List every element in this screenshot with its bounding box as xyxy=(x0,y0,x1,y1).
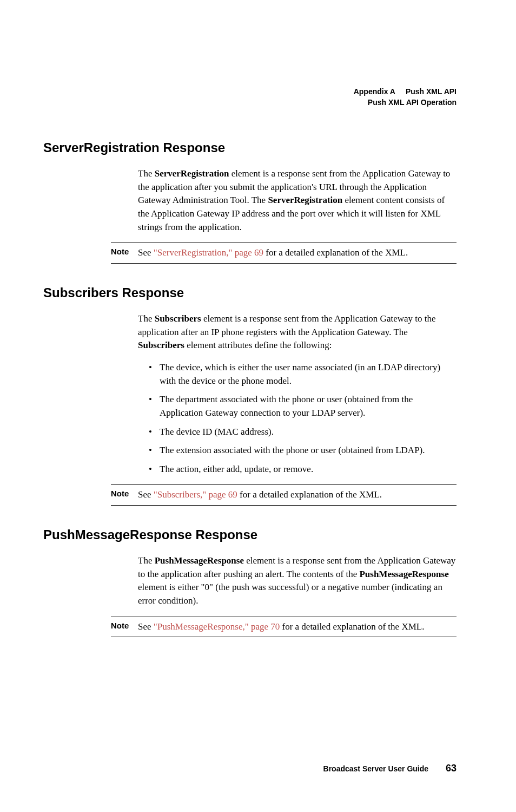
note-serverregistration: Note See "ServerRegistration," page 69 f… xyxy=(111,246,457,260)
header-line2: Push XML API Operation xyxy=(43,97,457,108)
para-serverregistration: The ServerRegistration element is a resp… xyxy=(138,167,457,234)
running-header: Appendix A Push XML API Push XML API Ope… xyxy=(43,87,457,108)
note-pushmessageresponse: Note See "PushMessageResponse," page 70 … xyxy=(111,620,457,634)
page-container: Appendix A Push XML API Push XML API Ope… xyxy=(0,0,516,672)
header-line1: Appendix A Push XML API xyxy=(43,87,457,97)
rule xyxy=(111,243,457,243)
note-label: Note xyxy=(111,246,138,256)
rule xyxy=(111,263,457,264)
page-footer: Broadcast Server User Guide 63 xyxy=(323,763,457,774)
note-text: See "Subscribers," page 69 for a detaile… xyxy=(138,488,457,502)
note-prefix: See xyxy=(138,621,154,632)
rule xyxy=(111,484,457,485)
note-suffix: for a detailed explanation of the XML. xyxy=(237,489,382,500)
note-prefix: See xyxy=(138,489,154,500)
list-item: The device, which is either the user nam… xyxy=(149,361,457,388)
rule xyxy=(111,505,457,506)
note-subscribers: Note See "Subscribers," page 69 for a de… xyxy=(111,488,457,502)
link-subscribers[interactable]: "Subscribers," page 69 xyxy=(154,489,237,500)
footer-text: Broadcast Server User Guide xyxy=(323,764,429,773)
list-item: The extension associated with the phone … xyxy=(149,444,457,457)
para-pushmessageresponse: The PushMessageResponse element is a res… xyxy=(138,554,457,608)
heading-subscribers: Subscribers Response xyxy=(43,285,457,300)
para-subscribers: The Subscribers element is a response se… xyxy=(138,312,457,352)
note-text: See "PushMessageResponse," page 70 for a… xyxy=(138,620,457,634)
header-appendix: Appendix A xyxy=(354,87,395,96)
page-number: 63 xyxy=(446,763,457,774)
list-item: The device ID (MAC address). xyxy=(149,425,457,439)
link-pushmessageresponse[interactable]: "PushMessageResponse," page 70 xyxy=(154,621,280,632)
note-label: Note xyxy=(111,620,138,630)
rule xyxy=(111,617,457,617)
note-label: Note xyxy=(111,488,138,498)
note-suffix: for a detailed explanation of the XML. xyxy=(280,621,424,632)
rule xyxy=(111,637,457,637)
note-text: See "ServerRegistration," page 69 for a … xyxy=(138,246,457,260)
header-title: Push XML API xyxy=(406,87,457,96)
note-prefix: See xyxy=(138,247,154,258)
link-serverregistration[interactable]: "ServerRegistration," page 69 xyxy=(154,247,263,258)
bullet-list-subscribers: The device, which is either the user nam… xyxy=(149,361,457,476)
heading-pushmessageresponse: PushMessageResponse Response xyxy=(43,527,457,542)
list-item: The department associated with the phone… xyxy=(149,393,457,420)
note-suffix: for a detailed explanation of the XML. xyxy=(263,247,408,258)
heading-serverregistration: ServerRegistration Response xyxy=(43,140,457,155)
list-item: The action, either add, update, or remov… xyxy=(149,463,457,476)
